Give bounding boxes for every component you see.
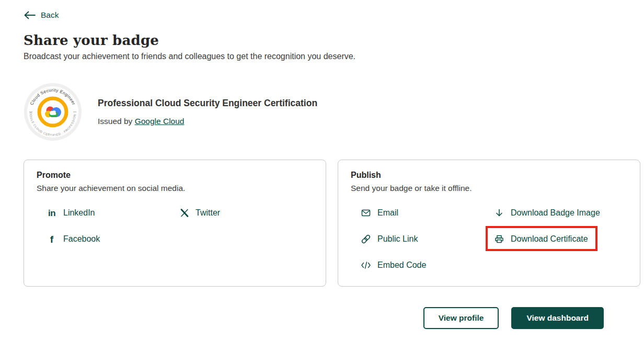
link-icon [361, 234, 371, 244]
twitter-label: Twitter [196, 208, 220, 218]
promote-card-description: Share your achievement on social media. [37, 184, 313, 193]
google-cloud-logo-icon [45, 107, 61, 118]
embed-code-label: Embed Code [377, 261, 426, 270]
printer-icon [494, 234, 504, 244]
facebook-icon: f [47, 234, 57, 244]
email-icon [361, 208, 371, 218]
public-link-link[interactable]: Public Link [361, 233, 418, 245]
share-badge-page: Back Share your badge Broadcast your ach… [0, 0, 644, 329]
download-badge-image-label: Download Badge Image [511, 208, 600, 218]
footer-actions: View profile View dashboard [24, 307, 604, 329]
back-label: Back [41, 10, 59, 20]
promote-links: in LinkedIn Twitter f Facebook [37, 207, 313, 245]
facebook-label: Facebook [63, 234, 100, 244]
publish-card: Publish Send your badge or take it offli… [338, 160, 640, 287]
public-link-label: Public Link [377, 234, 418, 244]
publish-links: Email Download Badge Image [351, 207, 627, 271]
badge-info: Professional Cloud Security Engineer Cer… [98, 98, 317, 126]
arrow-left-icon [24, 11, 36, 19]
publish-card-title: Publish [351, 171, 627, 180]
email-label: Email [377, 208, 398, 218]
twitter-link[interactable]: Twitter [180, 207, 220, 219]
page-title: Share your badge [24, 32, 604, 48]
twitter-x-icon [180, 208, 189, 218]
issuer-link[interactable]: Google Cloud [135, 117, 185, 126]
publish-card-description: Send your badge or take it offline. [351, 184, 627, 193]
view-dashboard-button[interactable]: View dashboard [511, 307, 604, 329]
badge-title: Professional Cloud Security Engineer Cer… [98, 98, 317, 109]
code-icon [361, 260, 371, 270]
linkedin-link[interactable]: in LinkedIn [47, 207, 95, 219]
download-certificate-label: Download Certificate [511, 234, 588, 244]
badge-summary: Cloud Security Engineer GOOGLE CLOUD CER… [24, 83, 604, 141]
promote-card: Promote Share your achievement on social… [24, 160, 326, 287]
email-link[interactable]: Email [361, 207, 398, 219]
issued-by-prefix: Issued by [98, 117, 135, 126]
linkedin-label: LinkedIn [63, 208, 95, 218]
promote-card-title: Promote [37, 171, 313, 180]
badge-image: Cloud Security Engineer GOOGLE CLOUD CER… [24, 83, 82, 141]
issued-by-line: Issued by Google Cloud [98, 117, 317, 126]
view-profile-button[interactable]: View profile [423, 307, 499, 329]
download-certificate-link[interactable]: Download Certificate [494, 233, 588, 245]
facebook-link[interactable]: f Facebook [47, 233, 100, 245]
download-icon [494, 208, 504, 218]
embed-code-link[interactable]: Embed Code [361, 259, 426, 271]
back-link[interactable]: Back [24, 10, 59, 20]
linkedin-icon: in [47, 209, 57, 218]
download-badge-image-link[interactable]: Download Badge Image [494, 207, 600, 219]
page-subtitle: Broadcast your achievement to friends an… [24, 52, 604, 61]
